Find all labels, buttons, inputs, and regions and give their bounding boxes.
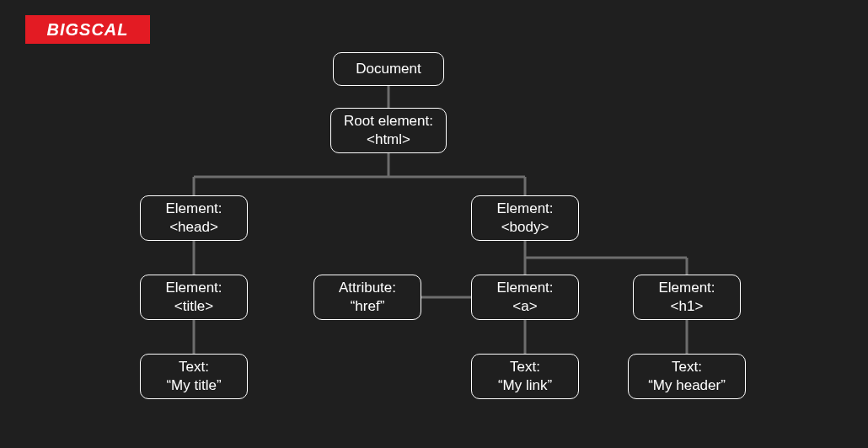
node-h1-line2: <h1> xyxy=(671,297,704,316)
node-attr-line1: Attribute: xyxy=(339,279,396,297)
node-body-line2: <body> xyxy=(501,218,549,237)
node-root-line2: <html> xyxy=(367,131,410,149)
node-a-line2: <a> xyxy=(512,297,537,316)
node-title: Element: <title> xyxy=(140,275,248,320)
node-text-myheader: Text: “My header” xyxy=(628,354,746,399)
node-root-line1: Root element: xyxy=(344,112,433,131)
node-text-myheader-line1: Text: xyxy=(672,358,702,376)
node-attr-line2: “href” xyxy=(351,297,385,316)
node-body-line1: Element: xyxy=(496,200,553,218)
node-title-line2: <title> xyxy=(174,297,213,316)
node-title-line1: Element: xyxy=(165,279,222,297)
node-text-mytitle-line1: Text: xyxy=(179,358,209,376)
node-text-mylink-line2: “My link” xyxy=(498,376,552,395)
node-text-mytitle-line2: “My title” xyxy=(166,376,221,395)
node-head-line1: Element: xyxy=(165,200,222,218)
node-root-html: Root element: <html> xyxy=(330,108,447,153)
node-text-myheader-line2: “My header” xyxy=(648,376,726,395)
node-head: Element: <head> xyxy=(140,195,248,241)
node-text-mylink: Text: “My link” xyxy=(471,354,579,399)
node-document-label: Document xyxy=(356,60,421,78)
node-attr-href: Attribute: “href” xyxy=(313,275,421,320)
node-head-line2: <head> xyxy=(169,218,218,237)
node-h1-line1: Element: xyxy=(658,279,715,297)
node-text-mytitle: Text: “My title” xyxy=(140,354,248,399)
node-a: Element: <a> xyxy=(471,275,579,320)
node-body: Element: <body> xyxy=(471,195,579,241)
node-text-mylink-line1: Text: xyxy=(510,358,540,376)
node-a-line1: Element: xyxy=(496,279,553,297)
node-h1: Element: <h1> xyxy=(633,275,741,320)
node-document: Document xyxy=(333,52,444,86)
